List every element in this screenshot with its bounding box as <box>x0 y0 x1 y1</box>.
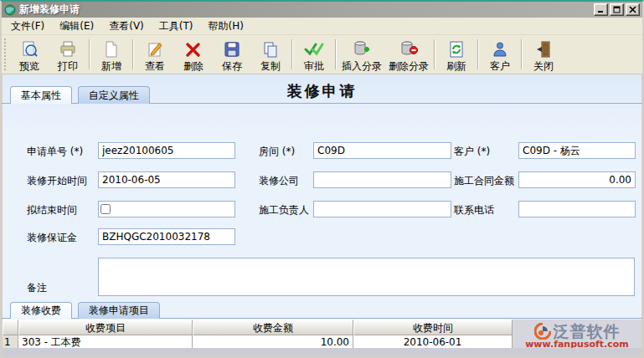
tab-basic-properties[interactable]: 基本属性 <box>10 86 72 104</box>
close-form-button[interactable]: 关闭 <box>524 35 563 74</box>
preview-button[interactable]: 预览 <box>10 35 49 74</box>
toolbar: 预览 打印 新增 查看 <box>2 35 642 74</box>
toolbar-label: 复制 <box>260 59 281 73</box>
toolbar-label: 刷新 <box>446 59 466 73</box>
contract-amount-input[interactable] <box>518 171 636 188</box>
copy-button[interactable]: 复制 <box>251 35 290 74</box>
remark-label: 备注 <box>27 279 47 296</box>
tab-decoration-fees[interactable]: 装修收费 <box>10 302 72 319</box>
toolbar-label: 新增 <box>101 59 121 73</box>
planned-end-field[interactable] <box>98 201 235 217</box>
toolbar-label: 删除 <box>183 59 204 73</box>
toolbar-separator <box>132 39 134 69</box>
menu-tools[interactable]: 工具(T) <box>152 18 201 35</box>
delete-x-icon <box>184 39 203 59</box>
maximize-button[interactable] <box>610 3 624 16</box>
toolbar-separator <box>291 39 293 69</box>
company-label: 装修公司 <box>259 172 299 189</box>
deposit-label: 装修保证金 <box>27 229 77 246</box>
start-date-label: 装修开始时间 <box>27 172 87 189</box>
delete-button[interactable]: 删除 <box>174 35 213 74</box>
toolbar-label: 保存 <box>222 59 242 73</box>
toolbar-label: 删除分录 <box>389 59 429 73</box>
toolbar-label: 打印 <box>58 59 78 73</box>
customer-button[interactable]: 客户 <box>481 35 519 74</box>
menu-bar: 文件(F) 编辑(E) 查看(V) 工具(T) 帮助(H) <box>2 18 642 35</box>
toolbar-label: 关闭 <box>533 59 554 73</box>
start-date-input[interactable] <box>98 171 235 188</box>
contract-amount-label: 施工合同金额 <box>454 172 514 189</box>
remark-textarea[interactable] <box>98 258 635 296</box>
refresh-icon <box>447 39 466 59</box>
toolbar-separator <box>521 39 523 69</box>
fee-time-header[interactable]: 收费时间 <box>353 320 513 335</box>
toolbar-separator <box>477 39 479 69</box>
menu-view[interactable]: 查看(V) <box>101 18 152 35</box>
planned-end-checkbox[interactable] <box>100 204 111 214</box>
manager-label: 施工负责人 <box>259 202 309 218</box>
save-button[interactable]: 保存 <box>213 35 251 74</box>
toolbar-label: 预览 <box>19 59 39 73</box>
top-tab-strip: 基本属性 自定义属性 <box>2 86 642 104</box>
minimize-button[interactable] <box>594 3 608 16</box>
customer-label: 客户 (*) <box>454 143 490 160</box>
fee-item-header[interactable]: 收费项目 <box>18 320 193 335</box>
toolbar-separator <box>89 39 90 69</box>
insert-entry-icon <box>352 39 372 59</box>
app-icon <box>4 4 16 16</box>
print-icon <box>59 39 77 59</box>
toolbar-grip <box>4 38 8 70</box>
delete-entry-button[interactable]: 删除分录 <box>385 35 432 74</box>
manager-input[interactable] <box>313 201 451 217</box>
fee-amount-header[interactable]: 收费金额 <box>193 320 353 335</box>
menu-file[interactable]: 文件(F) <box>3 18 52 35</box>
approve-check-icon <box>304 39 324 59</box>
close-button[interactable] <box>626 3 640 16</box>
company-input[interactable] <box>313 171 451 188</box>
tab-application-items[interactable]: 装修申请项目 <box>78 302 160 319</box>
toolbar-label: 客户 <box>490 59 510 73</box>
customer-input[interactable] <box>518 142 636 159</box>
new-button[interactable]: 新增 <box>92 35 131 74</box>
menu-edit[interactable]: 编辑(E) <box>52 18 101 35</box>
menu-help[interactable]: 帮助(H) <box>201 18 251 35</box>
toolbar-label: 查看 <box>145 59 165 73</box>
customer-person-icon <box>491 39 509 59</box>
exit-door-icon <box>534 39 553 59</box>
print-button[interactable]: 打印 <box>49 35 87 74</box>
title-bar: 新增装修申请 <box>2 2 642 18</box>
status-strip <box>3 348 641 356</box>
view-button[interactable]: 查看 <box>136 35 174 74</box>
save-floppy-icon <box>223 39 241 59</box>
toolbar-separator <box>434 39 435 69</box>
phone-input[interactable] <box>518 201 636 217</box>
toolbar-label: 插入分录 <box>342 59 382 73</box>
application-no-label: 申请单号 (*) <box>27 143 83 160</box>
deposit-input[interactable] <box>98 228 235 245</box>
approve-button[interactable]: 审批 <box>295 35 333 74</box>
tab-custom-properties[interactable]: 自定义属性 <box>78 86 150 104</box>
edit-pencil-icon <box>146 39 164 59</box>
insert-entry-button[interactable]: 插入分录 <box>338 35 385 74</box>
window-title: 新增装修申请 <box>19 3 592 17</box>
vendor-name: 泛普软件 <box>554 323 621 340</box>
toolbar-separator <box>335 39 337 69</box>
toolbar-label: 审批 <box>304 59 324 73</box>
vendor-logo-icon <box>534 323 551 340</box>
vendor-watermark: 泛普软件 www.fanpusoft.com <box>513 321 641 351</box>
delete-entry-icon <box>399 39 419 59</box>
planned-end-label: 拟结束时间 <box>27 202 77 218</box>
copy-icon <box>261 39 280 59</box>
room-label: 房间 (*) <box>259 143 295 160</box>
preview-icon <box>20 39 39 59</box>
room-input[interactable] <box>313 142 451 159</box>
row-number-header <box>3 320 18 335</box>
new-document-icon <box>102 39 121 59</box>
refresh-button[interactable]: 刷新 <box>437 35 476 74</box>
bottom-tab-strip: 装修收费 装修申请项目 <box>2 302 642 319</box>
phone-label: 联系电话 <box>454 202 494 218</box>
application-no-input[interactable] <box>98 142 235 159</box>
